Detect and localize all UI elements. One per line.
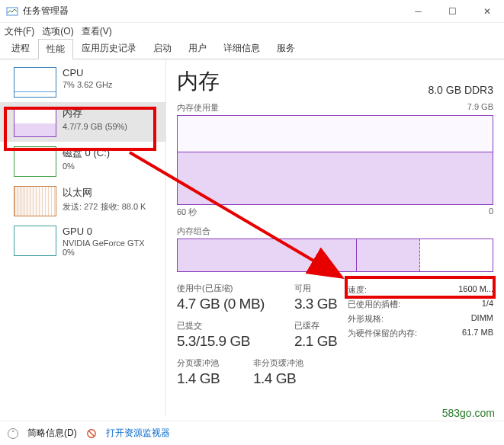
minimize-button[interactable]: ─ xyxy=(401,0,435,23)
usage-graph-max: 7.9 GB xyxy=(467,102,493,114)
sidebar-item-detail: 4.7/7.9 GB (59%) xyxy=(63,122,127,131)
form-key: 外形规格: xyxy=(348,313,384,325)
compose-label: 内存组合 xyxy=(177,226,210,237)
ethernet-thumb xyxy=(14,186,56,216)
nonpaged-label: 非分页缓冲池 xyxy=(253,357,348,369)
sidebar-item-label: GPU 0 xyxy=(63,226,158,237)
tab-services[interactable]: 服务 xyxy=(268,38,303,59)
menu-file[interactable]: 文件(F) xyxy=(5,25,34,38)
sidebar-item-label: 磁盘 0 (C:) xyxy=(63,146,110,160)
usage-graph-label: 内存使用量 xyxy=(177,102,219,114)
commit-label: 已提交 xyxy=(177,320,294,331)
speed-key: 速度: xyxy=(348,284,367,296)
watermark: 583go.com xyxy=(442,407,495,419)
tab-processes[interactable]: 进程 xyxy=(3,38,38,59)
memory-panel: 内存 8.0 GB DDR3 内存使用量 7.9 GB 60 秒 0 内存组合 … xyxy=(166,59,504,416)
used-label: 使用中(已压缩) xyxy=(177,283,294,294)
menu-view[interactable]: 查看(V) xyxy=(82,25,112,38)
hwreserved-value: 61.7 MB xyxy=(462,328,493,339)
tab-startup[interactable]: 启动 xyxy=(145,38,180,59)
sidebar-item-detail: 发送: 272 接收: 88.0 K xyxy=(63,201,146,213)
used-value: 4.7 GB (0 MB) xyxy=(177,296,294,312)
sidebar-item-label: 以太网 xyxy=(63,186,146,200)
gpu-thumb xyxy=(14,226,56,256)
avail-label: 可用 xyxy=(294,283,348,294)
hwreserved-key: 为硬件保留的内存: xyxy=(348,328,417,339)
page-title: 内存 xyxy=(177,67,220,96)
sidebar-item-label: CPU xyxy=(63,67,112,78)
chevron-up-icon[interactable]: ˄ xyxy=(8,428,18,439)
form-value: DIMM xyxy=(471,313,493,325)
sidebar-item-label: 内存 xyxy=(63,107,127,120)
open-resmon-link[interactable]: 打开资源监视器 xyxy=(106,427,170,440)
app-icon xyxy=(6,5,18,18)
time-axis-start: 60 秒 xyxy=(177,206,197,218)
cached-value: 2.1 GB xyxy=(294,333,348,350)
tab-apphistory[interactable]: 应用历史记录 xyxy=(73,38,145,59)
tab-users[interactable]: 用户 xyxy=(180,38,215,59)
time-axis-end: 0 xyxy=(489,206,493,218)
sidebar-item-detail: 0% xyxy=(63,162,110,171)
commit-value: 5.3/15.9 GB xyxy=(177,333,294,350)
slots-key: 已使用的插槽: xyxy=(348,299,400,310)
sidebar-item-detail: 7% 3.62 GHz xyxy=(63,80,112,89)
disk-thumb xyxy=(14,146,56,177)
paged-label: 分页缓冲池 xyxy=(177,357,253,369)
tab-performance[interactable]: 性能 xyxy=(38,39,73,59)
sidebar-item-gpu[interactable]: GPU 0 NVIDIA GeForce GTX 0% xyxy=(0,221,165,261)
less-details-link[interactable]: 简略信息(D) xyxy=(27,427,77,440)
sidebar-item-cpu[interactable]: CPU 7% 3.62 GHz xyxy=(0,62,165,102)
avail-value: 3.3 GB xyxy=(294,296,348,312)
speed-value: 1600 M... xyxy=(458,284,493,296)
usage-graph xyxy=(177,115,493,205)
resmon-icon xyxy=(86,428,97,439)
cpu-thumb xyxy=(14,67,56,98)
menu-options[interactable]: 选项(O) xyxy=(42,25,73,38)
tab-details[interactable]: 详细信息 xyxy=(215,38,268,59)
sidebar: CPU 7% 3.62 GHz 内存 4.7/7.9 GB (59%) 磁盘 0… xyxy=(0,59,166,416)
composition-graph xyxy=(177,239,493,272)
memory-spec: 8.0 GB DDR3 xyxy=(428,84,493,96)
slots-value: 1/4 xyxy=(482,299,493,310)
paged-value: 1.4 GB xyxy=(177,370,253,387)
nonpaged-value: 1.4 GB xyxy=(253,370,348,387)
maximize-button[interactable]: ☐ xyxy=(435,0,470,23)
sidebar-item-ethernet[interactable]: 以太网 发送: 272 接收: 88.0 K xyxy=(0,181,165,221)
sidebar-item-detail: NVIDIA GeForce GTX 0% xyxy=(63,239,158,257)
close-button[interactable]: ✕ xyxy=(470,0,504,23)
memory-thumb xyxy=(14,107,56,137)
window-title: 任务管理器 xyxy=(23,5,401,18)
cached-label: 已缓存 xyxy=(294,320,348,331)
svg-rect-0 xyxy=(7,8,18,15)
sidebar-item-disk[interactable]: 磁盘 0 (C:) 0% xyxy=(0,142,165,181)
sidebar-item-memory[interactable]: 内存 4.7/7.9 GB (59%) xyxy=(0,102,165,142)
